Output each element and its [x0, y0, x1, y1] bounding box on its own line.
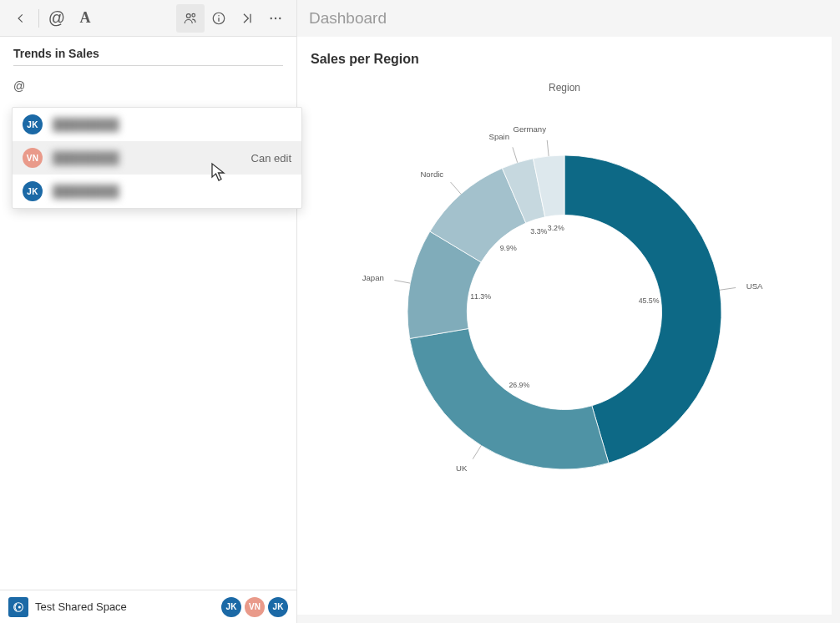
chart-card: Sales per Region Region 45.5%USA26.9%UK1… — [297, 37, 832, 615]
mention-suggestion[interactable]: JK████████ — [13, 175, 301, 208]
main: Dashboard Sales per Region Region 45.5%U… — [297, 0, 840, 623]
text-format-button[interactable]: A — [71, 4, 99, 33]
back-button[interactable] — [7, 4, 35, 33]
avatar[interactable]: JK — [221, 597, 241, 617]
suggestion-name: ████████ — [53, 118, 291, 131]
slice-category-label: Germany — [513, 124, 546, 134]
svg-point-4 — [218, 14, 220, 16]
chart-title: Sales per Region — [311, 52, 419, 67]
slice-percent-label: 11.3% — [470, 292, 491, 301]
suggestion-permission: Can edit — [251, 152, 291, 165]
space-glyph-icon — [12, 600, 25, 614]
text-format-icon: A — [80, 9, 91, 27]
space-icon[interactable] — [8, 597, 28, 617]
page-title: Dashboard — [297, 0, 840, 37]
svg-point-0 — [186, 13, 190, 18]
info-icon — [211, 11, 226, 26]
donut-chart[interactable]: 45.5%USA26.9%UK11.3%Japan9.9%Nordic3.3%S… — [364, 112, 765, 513]
info-button[interactable] — [205, 4, 233, 33]
avatar: VN — [23, 148, 43, 168]
leader-line — [473, 445, 481, 458]
space-name[interactable]: Test Shared Space — [35, 600, 215, 613]
collapse-button[interactable] — [233, 4, 261, 33]
slice-category-label: USA — [746, 281, 763, 291]
sidebar-footer: Test Shared Space JKVNJK — [0, 590, 296, 623]
suggestion-name: ████████ — [53, 151, 251, 165]
chart-legend-title: Region — [297, 82, 832, 94]
svg-point-6 — [271, 17, 272, 18]
svg-point-1 — [192, 13, 195, 17]
slice-category-label: Spain — [489, 132, 510, 141]
mention-suggestions: JK████████VN████████Can editJK████████ — [12, 107, 302, 209]
more-button[interactable] — [261, 4, 290, 33]
footer-avatars[interactable]: JKVNJK — [221, 597, 288, 617]
avatar: JK — [23, 181, 43, 201]
leader-line — [451, 182, 462, 194]
leader-line — [547, 140, 549, 156]
avatar[interactable]: VN — [245, 597, 265, 617]
chevron-left-icon — [15, 13, 27, 24]
slice-category-label: UK — [456, 463, 468, 473]
slice-percent-label: 9.9% — [500, 244, 517, 252]
slice-percent-label: 26.9% — [509, 381, 529, 389]
mention-button[interactable]: @ — [43, 4, 71, 33]
slice-percent-label: 45.5% — [639, 296, 660, 305]
mention-input[interactable] — [13, 76, 283, 96]
app-root: @ A — [0, 0, 840, 623]
slice-category-label: Nordic — [420, 170, 443, 179]
avatar[interactable]: JK — [268, 597, 288, 617]
svg-point-10 — [18, 605, 21, 608]
suggestion-name: ████████ — [53, 185, 291, 198]
sidebar: @ A — [0, 0, 297, 623]
leader-line — [513, 147, 518, 162]
sidebar-toolbar: @ A — [0, 0, 296, 37]
slice-category-label: Japan — [362, 273, 384, 282]
svg-point-8 — [279, 17, 281, 18]
toolbar-separator — [38, 9, 39, 28]
donut-slice[interactable] — [410, 328, 609, 469]
collapse-right-icon — [240, 12, 254, 25]
mention-suggestion[interactable]: JK████████ — [13, 108, 301, 141]
leader-line — [394, 281, 410, 284]
leader-line — [720, 288, 736, 291]
slice-percent-label: 3.3% — [530, 227, 547, 236]
slice-percent-label: 3.2% — [548, 224, 564, 232]
mention-suggestion[interactable]: VN████████Can edit — [13, 141, 301, 175]
svg-point-7 — [275, 17, 276, 18]
people-icon — [183, 11, 198, 26]
panel-title: Trends in Sales — [13, 47, 283, 66]
avatar: JK — [23, 114, 43, 134]
at-icon: @ — [48, 8, 65, 28]
share-button[interactable] — [176, 4, 205, 33]
more-horizontal-icon — [268, 11, 283, 26]
